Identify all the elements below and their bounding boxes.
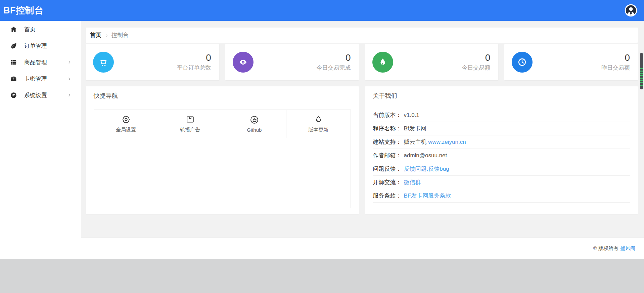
quick-item-version-update[interactable]: 版本更新 [286,110,350,138]
quick-item-github[interactable]: Github [222,110,286,138]
about-list: 当前版本：v1.0.1 程序名称：Bf发卡网 建站支持：贼云主机 www.zei… [373,109,630,203]
user-avatar[interactable] [625,4,637,17]
stat-card-today-completed: 0 今日交易完成 [225,44,359,80]
quick-item-global-settings[interactable]: 全局设置 [94,110,158,138]
quick-item-label: Github [247,127,262,133]
about-panel: 关于我们 当前版本：v1.0.1 程序名称：Bf发卡网 建站支持：贼云主机 ww… [365,86,638,214]
about-row-feedback: 问题反馈：反馈问题,反馈bug [373,162,630,176]
cart-icon [93,52,114,73]
main-content: 首页 控制台 0 平台订单总数 [81,21,644,259]
list-icon [10,59,17,66]
stat-value: 0 [177,53,211,62]
stat-label: 平台订单总数 [177,64,211,72]
breadcrumb-home[interactable]: 首页 [90,31,101,39]
wechat-group-link[interactable]: 微信群 [404,179,421,185]
about-row-community: 开源交流：微信群 [373,176,630,189]
quick-nav-title: 快捷导航 [86,86,359,100]
sidebar-item-cards[interactable]: 卡密管理 [0,71,81,87]
copyright-text: © 版权所有 [593,245,618,252]
about-row-author-email: 作者邮箱：admin@osuu.net [373,149,630,162]
sidebar-item-products[interactable]: 商品管理 [0,54,81,71]
scrollbar-thumb[interactable] [640,53,643,89]
about-row-terms: 服务条款：BF发卡网服务条款 [373,189,630,203]
stat-label: 今日交易额 [462,64,490,72]
stat-card-yesterday-amount: 0 昨日交易额 [504,44,638,80]
gauge-icon [10,92,17,99]
sidebar-item-label: 卡密管理 [24,75,47,83]
sidebar: 首页 订单管理 商品管理 [0,21,81,259]
sidebar-item-label: 订单管理 [24,42,47,50]
carousel-icon [185,115,195,124]
sidebar-item-home[interactable]: 首页 [0,21,81,38]
top-header: BF控制台 [0,0,644,21]
about-row-hosting: 建站支持：贼云主机 www.zeiyun.cn [373,135,630,149]
flame-icon [372,52,393,73]
feedback-link[interactable]: 反馈问题,反馈bug [404,166,449,172]
briefcase-icon [10,75,17,82]
home-icon [10,26,17,33]
stat-label: 今日交易完成 [317,64,351,72]
chevron-right-icon [67,93,72,97]
user-avatar-icon [625,4,637,17]
sidebar-item-label: 商品管理 [24,58,47,66]
about-row-version: 当前版本：v1.0.1 [373,109,630,122]
stat-value: 0 [462,53,490,62]
quick-item-label: 版本更新 [308,127,328,133]
flame-outline-icon [314,115,323,124]
leaf-icon [10,42,17,49]
breadcrumb: 首页 控制台 [86,28,638,43]
eye-icon [233,52,254,73]
quick-item-label: 全局设置 [116,127,136,133]
clock-icon [512,52,533,73]
gear-icon [121,115,131,124]
hosting-link[interactable]: www.zeiyun.cn [428,139,466,145]
quick-item-label: 轮播广告 [180,127,200,133]
stat-value: 0 [601,53,630,62]
brand-link[interactable]: 捕风阁 [620,245,635,252]
stat-card-today-amount: 0 今日交易额 [365,44,499,80]
sidebar-item-label: 系统设置 [24,91,47,99]
chevron-separator-icon [104,33,109,38]
stat-label: 昨日交易额 [601,64,630,72]
sidebar-item-orders[interactable]: 订单管理 [0,38,81,54]
sidebar-item-label: 首页 [24,26,36,33]
stat-value: 0 [317,53,351,62]
quick-nav-panel: 快捷导航 全局设置 [86,86,359,214]
quick-nav-grid: 全局设置 轮播广告 [94,110,351,208]
thumbs-up-circle-icon [249,115,259,125]
app-title: BF控制台 [3,4,44,16]
desktop-background [0,259,644,293]
page-footer: © 版权所有 捕风阁 [81,238,644,259]
stat-card-total-orders: 0 平台订单总数 [86,44,219,80]
chevron-right-icon [67,60,72,65]
quick-item-carousel-ads[interactable]: 轮播广告 [158,110,222,138]
terms-link[interactable]: BF发卡网服务条款 [404,193,451,199]
stats-row: 0 平台订单总数 0 今日交易完成 [86,44,638,80]
about-row-program-name: 程序名称：Bf发卡网 [373,122,630,135]
sidebar-item-settings[interactable]: 系统设置 [0,87,81,103]
breadcrumb-current: 控制台 [111,31,129,39]
about-title: 关于我们 [365,86,638,100]
chevron-right-icon [67,77,72,81]
